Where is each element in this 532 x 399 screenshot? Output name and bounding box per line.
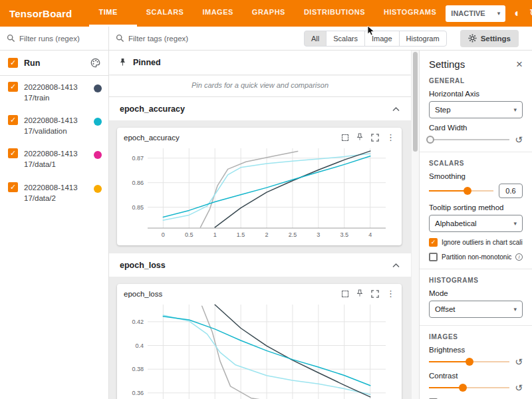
general-heading: GENERAL (429, 77, 523, 84)
section-header-epoch-loss[interactable]: epoch_loss (109, 253, 411, 277)
reset-icon[interactable]: ↺ (515, 383, 523, 392)
runs-header-label: Run (24, 59, 40, 68)
svg-text:0.85: 0.85 (132, 204, 144, 211)
settings-button-label: Settings (481, 35, 511, 43)
fullscreen-icon[interactable] (371, 290, 379, 298)
divider (420, 152, 532, 152)
run-name: 20220808-141317/train (24, 82, 80, 103)
tab-time-series[interactable]: TIME SERIES (89, 0, 136, 27)
contrast-slider[interactable] (429, 383, 509, 392)
run-checkbox[interactable]: ✓ (8, 148, 18, 158)
close-icon[interactable]: × (516, 59, 523, 70)
horizontal-axis-select[interactable]: Step ▾ (429, 101, 523, 118)
filter-scalars-button[interactable]: Scalars (326, 31, 365, 47)
run-color-dot[interactable] (94, 185, 102, 193)
run-checkbox[interactable]: ✓ (8, 82, 18, 92)
tab-histograms[interactable]: HISTOGRAMS (374, 0, 446, 27)
settings-panel: Settings × GENERAL Horizontal Axis Step … (419, 51, 532, 399)
vertical-scrollbar[interactable] (411, 51, 419, 399)
contrast-label: Contrast (429, 372, 523, 380)
filter-all-button[interactable]: All (304, 31, 327, 47)
images-heading: IMAGES (429, 333, 523, 340)
reset-icon[interactable]: ↺ (515, 135, 523, 144)
tooltip-sorting-value: Alphabetical (435, 219, 477, 227)
chevron-up-icon[interactable] (392, 106, 400, 112)
ignore-outliers-row: ✓ Ignore outliers in chart scaling (429, 238, 523, 247)
search-icon (116, 34, 124, 43)
divider (420, 269, 532, 269)
horizontal-axis-label: Horizontal Axis (429, 90, 523, 98)
tab-graphs[interactable]: GRAPHS (243, 0, 295, 27)
epoch-accuracy-chart[interactable]: 00.511.522.533.540.850.860.87 (124, 143, 392, 243)
select-all-runs-checkbox[interactable]: ✓ (8, 58, 18, 68)
brightness-slider[interactable] (429, 357, 509, 366)
filter-histogram-button[interactable]: Histogram (399, 31, 447, 47)
run-checkbox[interactable]: ✓ (8, 115, 18, 125)
dashboard-tabs: TIME SERIES SCALARS IMAGES GRAPHS DISTRI… (89, 0, 446, 27)
filter-image-button[interactable]: Image (364, 31, 400, 47)
tooltip-sorting-label: Tooltip sorting method (429, 203, 523, 211)
palette-icon[interactable] (90, 58, 100, 68)
tab-images[interactable]: IMAGES (193, 0, 242, 27)
fullscreen-icon[interactable] (371, 134, 379, 142)
run-color-dot[interactable] (94, 151, 102, 159)
pinned-hint-text: Pin cards for a quick view and compariso… (109, 74, 411, 97)
run-list-item[interactable]: ✓ 20220808-141317/train (0, 76, 108, 109)
search-icon (7, 34, 15, 43)
settings-panel-header: Settings × (429, 59, 523, 70)
more-options-icon[interactable]: ⋮ (386, 133, 395, 142)
info-icon[interactable]: i (515, 253, 523, 261)
app-logo[interactable]: TensorBoard (9, 8, 72, 19)
pinned-title: Pinned (133, 58, 161, 67)
filter-tags-input[interactable] (128, 35, 295, 43)
card-header: epoch_accuracy ⋮ (124, 133, 395, 142)
svg-text:0: 0 (162, 231, 165, 238)
pin-outline-icon[interactable] (356, 133, 364, 142)
refresh-icon[interactable]: ↻ (529, 8, 532, 19)
run-color-dot[interactable] (94, 84, 102, 92)
theme-toggle-icon[interactable]: ◐ (514, 8, 521, 19)
fit-to-domain-icon[interactable] (342, 291, 348, 297)
card-actions: ⋮ (342, 133, 395, 142)
divider (420, 325, 532, 326)
chevron-down-icon: ▾ (497, 10, 501, 17)
svg-text:0.86: 0.86 (132, 180, 144, 186)
filter-tags-cell: All Scalars Image Histogram Settings (109, 27, 532, 50)
section-title: epoch_accuracy (120, 104, 185, 114)
partition-x-axis-row: Partition non-monotonic X axis i (429, 253, 523, 261)
reset-icon[interactable]: ↺ (515, 357, 523, 366)
run-color-dot[interactable] (94, 118, 102, 126)
card-zone: epoch_loss ⋮ (109, 277, 411, 399)
settings-button[interactable]: Settings (460, 30, 519, 47)
run-list-item[interactable]: ✓ 20220808-141317/data/1 (0, 142, 108, 176)
filter-runs-input[interactable] (19, 35, 102, 43)
scrollbar-thumb[interactable] (413, 52, 418, 152)
histogram-mode-select[interactable]: Offset ▾ (429, 301, 523, 318)
more-options-icon[interactable]: ⋮ (386, 289, 395, 298)
run-checkbox[interactable]: ✓ (8, 182, 18, 192)
svg-text:1: 1 (213, 231, 217, 238)
histograms-heading: HISTOGRAMS (429, 277, 523, 284)
partition-x-axis-checkbox[interactable] (429, 253, 438, 261)
run-list-item[interactable]: ✓ 20220808-141317/validation (0, 109, 108, 142)
svg-text:2: 2 (265, 231, 268, 238)
tab-distributions[interactable]: DISTRIBUTIONS (295, 0, 374, 27)
section-header-epoch-accuracy[interactable]: epoch_accuracy (109, 97, 411, 121)
smoothing-slider[interactable] (429, 186, 493, 196)
epoch-loss-chart[interactable]: 00.511.522.533.540.360.380.40.42 (124, 299, 392, 399)
pin-outline-icon[interactable] (356, 289, 364, 298)
run-list-item[interactable]: ✓ 20220808-141317/data/2 (0, 176, 108, 209)
smoothing-value-input[interactable] (499, 184, 523, 198)
chevron-up-icon[interactable] (392, 262, 400, 269)
card-width-label: Card Width (429, 124, 523, 132)
fit-to-domain-icon[interactable] (342, 134, 348, 141)
ignore-outliers-checkbox[interactable]: ✓ (429, 238, 438, 247)
reload-status-dropdown[interactable]: INACTIVE ▾ (446, 5, 505, 22)
tab-scalars[interactable]: SCALARS (137, 0, 194, 27)
settings-panel-title: Settings (429, 59, 465, 70)
tooltip-sorting-select[interactable]: Alphabetical ▾ (429, 215, 523, 232)
scalar-card-epoch-loss: epoch_loss ⋮ (117, 284, 402, 399)
svg-text:0.42: 0.42 (132, 319, 144, 325)
card-width-slider[interactable] (429, 135, 509, 144)
run-name: 20220808-141317/data/2 (24, 182, 80, 203)
